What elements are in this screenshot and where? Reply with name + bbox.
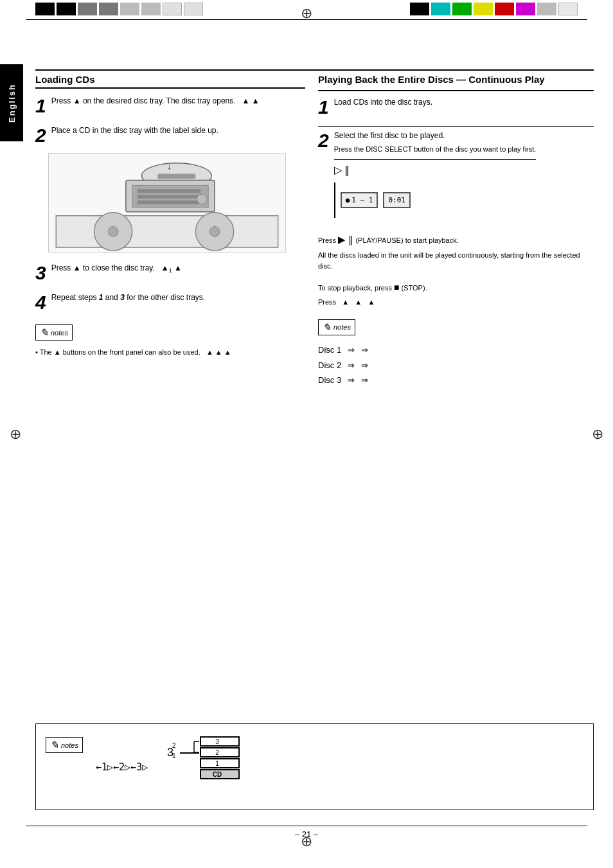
language-label: English [7, 84, 17, 123]
svg-text:1: 1 [172, 752, 176, 759]
bottom-notes-content: ←1▷←2▷←3▷ 3 3 2 1 CD [96, 734, 583, 800]
step-1-block: 1 Press ▲ on the desired disc tray. The … [35, 95, 305, 117]
reg-mark-left-mid: ⊕ [10, 426, 21, 443]
disc3-arrow-row: Disc 3 ⇒ ⇒ [318, 374, 594, 387]
disc2-arrow-row: Disc 2 ⇒ ⇒ [318, 359, 594, 373]
triangle-d: ▲ [224, 348, 231, 356]
main-rule [35, 69, 594, 71]
right-section-title: Playing Back the Entire Discs — Continuo… [318, 74, 594, 87]
disc2-label: Disc 2 [318, 359, 341, 373]
top-rule [26, 19, 587, 20]
svg-point-13 [209, 227, 220, 237]
right-step-1-text: Load CDs into the disc trays. [334, 96, 432, 108]
color-block-r7 [537, 3, 556, 15]
bottom-rule [26, 826, 587, 826]
left-display-box: ● 1 — 1 [341, 192, 378, 208]
left-notes-label: notes [51, 329, 68, 337]
tri-r2: ▲ [355, 298, 362, 306]
play-pause-icon: ▶ ‖ [338, 234, 353, 245]
play-pause-symbol-1: ▷ ‖ [334, 164, 537, 176]
tri-r3: ▲ [368, 298, 375, 306]
color-block-r3 [452, 3, 472, 15]
right-step-2-text: Select the first disc to be played. [334, 130, 537, 141]
vert-line-diagram [334, 182, 335, 218]
left-notes-container: ✎ notes • The ▲ buttons on the front pan… [35, 321, 305, 359]
step-4-block: 4 Repeat steps 1 and 3 for the other dis… [35, 292, 305, 314]
right-step-3-text: Press ▶ ‖ (PLAY/PAUSE) to start playback… [318, 232, 594, 247]
color-block-4 [99, 3, 118, 15]
color-block-2 [57, 3, 76, 15]
disc1-label: Disc 1 [318, 344, 341, 357]
step-3-number: 3 [35, 262, 46, 284]
cd-loader-illustration: ↓ [48, 153, 305, 254]
color-block-1 [35, 3, 55, 15]
bottom-notes-label: notes [61, 741, 78, 749]
right-step-2-number: 2 [318, 130, 329, 152]
right-step-4-text: To stop playback, press ■ (STOP). [318, 280, 594, 294]
disc3-label: Disc 3 [318, 374, 341, 387]
step-4-text: Repeat steps 1 and 3 for the other disc … [51, 292, 206, 303]
disc1-arrow2: ⇒ [361, 344, 368, 357]
step-1-text: Press ▲ on the desired disc tray. The di… [51, 95, 260, 107]
left-notes-icon-box: ✎ notes [35, 324, 73, 341]
svg-rect-16 [200, 737, 239, 746]
step-4-row: 4 Repeat steps 1 and 3 for the other dis… [35, 292, 305, 314]
triangle-icon-2: ▲ [242, 96, 250, 105]
color-bar-left [35, 3, 203, 15]
tri-r1: ▲ [342, 298, 349, 306]
color-block-7 [163, 3, 182, 15]
right-step-3-block: Press ▶ ‖ (PLAY/PAUSE) to start playback… [318, 232, 594, 272]
bottom-notes-inner: ←1▷←2▷←3▷ 3 3 2 1 CD [96, 734, 583, 800]
notes-icon-left: ✎ [40, 326, 48, 339]
sep-line-1 [318, 126, 594, 127]
bottom-notes-icon-box: ✎ notes [46, 737, 83, 753]
step-1-row: 1 Press ▲ on the desired disc tray. The … [35, 95, 305, 117]
color-block-r8 [558, 3, 578, 15]
cd-stack-diagram: 3 3 2 1 CD 2 1 [167, 734, 244, 800]
triangle-c: ▲ [215, 348, 222, 356]
time-display: 0:01 [388, 196, 405, 204]
disc3-arrow1: ⇒ [348, 374, 355, 387]
color-block-r5 [495, 3, 514, 15]
svg-text:2: 2 [172, 742, 176, 749]
sep-line-2 [334, 159, 537, 160]
right-step-2-block: 2 Select the first disc to be played. Pr… [318, 130, 594, 224]
cd-loading-diagram: ↓ [126, 161, 215, 212]
triangle-icon-s3c: ▲ [174, 263, 182, 272]
right-step-2-sub: Press the DISC SELECT button of the disc… [334, 144, 537, 155]
sequence-text: ←1▷←2▷←3▷ [96, 761, 148, 773]
step-4-number: 4 [35, 292, 46, 314]
svg-rect-18 [200, 748, 239, 757]
right-step-4-block: To stop playback, press ■ (STOP). Press … [318, 280, 594, 308]
disc-icon: ● [346, 196, 350, 204]
svg-text:2: 2 [215, 749, 219, 756]
triangle-a: ▲ [54, 348, 61, 356]
step-3-block: 3 Press ▲ to close the disc tray. ▲1 ▲ [35, 262, 305, 284]
notes-icon-bottom: ✎ [50, 739, 58, 751]
disc2-arrow2: ⇒ [361, 359, 368, 373]
right-notes-label: notes [333, 323, 351, 331]
svg-text:↓: ↓ [167, 161, 172, 172]
right-column: Playing Back the Entire Discs — Continuo… [318, 74, 594, 389]
disc2-arrow1: ⇒ [348, 359, 355, 373]
display-diagram: ● 1 — 1 0:01 [334, 182, 537, 218]
step-2-number: 2 [35, 125, 46, 146]
step-2-row: 2 Place a CD in the disc tray with the l… [35, 125, 305, 146]
disc1-arrow1: ⇒ [348, 344, 355, 357]
triangle-icon-s3: ▲ [73, 263, 81, 272]
main-columns: Loading CDs 1 Press ▲ on the desired dis… [35, 74, 594, 389]
color-block-r4 [474, 3, 493, 15]
language-tab: English [0, 64, 23, 141]
color-bar-right [410, 3, 578, 15]
color-block-8 [184, 3, 203, 15]
right-notes-container: ✎ notes Disc 1 ⇒ ⇒ Disc 2 ⇒ ⇒ Disc 3 ⇒ [318, 316, 594, 387]
step-3-text: Press ▲ to close the disc tray. ▲1 ▲ [51, 262, 182, 276]
color-block-6 [141, 3, 161, 15]
svg-rect-7 [138, 200, 201, 204]
step-1-number: 1 [35, 95, 46, 117]
svg-rect-9 [56, 216, 278, 247]
color-block-r6 [516, 3, 535, 15]
disc1-arrow-row: Disc 1 ⇒ ⇒ [318, 344, 594, 357]
svg-point-11 [108, 227, 118, 237]
notes-icon-right: ✎ [323, 321, 331, 333]
